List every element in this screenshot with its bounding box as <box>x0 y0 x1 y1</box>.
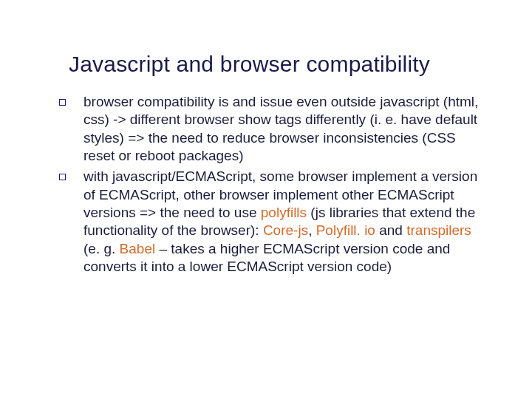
bullet-item: with javascript/ECMAScript, some browser… <box>59 168 488 276</box>
bullet-text: with javascript/ECMAScript, some browser… <box>83 168 488 276</box>
highlight-text: Polyfill. io <box>316 222 380 238</box>
highlight-text: transpilers <box>406 222 471 238</box>
bullet-square-icon <box>59 174 66 180</box>
bullet-item: browser compatibility is and issue even … <box>59 93 488 165</box>
slide-body: browser compatibility is and issue even … <box>59 93 488 276</box>
highlight-text: polyfills <box>261 205 307 220</box>
plain-text: (e. g. <box>83 241 120 256</box>
bullet-text: browser compatibility is and issue even … <box>83 93 488 165</box>
plain-text: browser compatibility is and issue even … <box>83 94 478 163</box>
plain-text: , <box>308 222 316 238</box>
plain-text: and <box>379 222 406 238</box>
highlight-text: Babel <box>120 241 156 256</box>
slide-title: Javascript and browser compatibility <box>69 52 488 77</box>
slide: Javascript and browser compatibility bro… <box>0 0 532 399</box>
highlight-text: Core-js <box>263 222 308 238</box>
bullet-square-icon <box>59 99 66 106</box>
